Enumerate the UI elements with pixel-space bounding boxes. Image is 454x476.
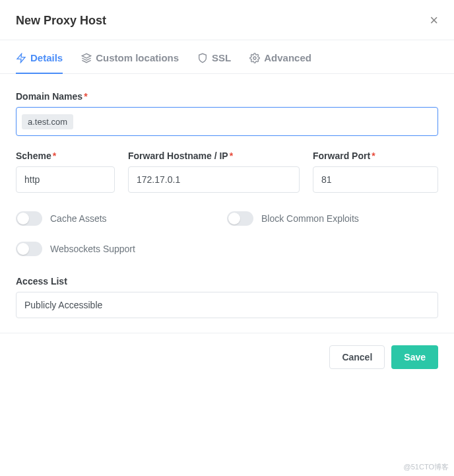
- save-button[interactable]: Save: [391, 345, 438, 369]
- forward-host-input[interactable]: [128, 166, 300, 193]
- block-exploits-label: Block Common Exploits: [261, 213, 359, 224]
- websockets-label: Websockets Support: [50, 244, 135, 254]
- cache-assets-toggle[interactable]: [16, 211, 42, 226]
- domain-names-label: Domain Names*: [16, 91, 438, 102]
- label-text: Forward Port: [313, 151, 370, 161]
- scheme-label: Scheme*: [16, 151, 115, 161]
- modal-footer: Cancel Save: [0, 333, 454, 381]
- scheme-select[interactable]: http: [16, 166, 115, 193]
- block-exploits-toggle[interactable]: [227, 211, 253, 226]
- label-text: Domain Names: [16, 91, 82, 102]
- websockets-row: Websockets Support: [16, 242, 227, 256]
- new-proxy-host-modal: New Proxy Host × Details Custom location…: [0, 0, 454, 381]
- cache-assets-row: Cache Assets: [16, 211, 227, 226]
- modal-title: New Proxy Host: [16, 14, 106, 28]
- toggle-knob: [17, 213, 29, 224]
- tab-details[interactable]: Details: [16, 52, 63, 74]
- svg-point-2: [253, 57, 256, 59]
- tab-custom-locations[interactable]: Custom locations: [81, 52, 179, 74]
- lightning-icon: [16, 53, 26, 63]
- required-star: *: [53, 151, 56, 161]
- cancel-button[interactable]: Cancel: [329, 345, 385, 369]
- access-list-label: Access List: [16, 276, 438, 287]
- tab-label: Custom locations: [96, 52, 179, 63]
- block-exploits-row: Block Common Exploits: [227, 211, 438, 226]
- gear-icon: [249, 53, 260, 63]
- domain-names-input[interactable]: a.test.com: [16, 107, 438, 136]
- modal-header: New Proxy Host ×: [0, 0, 454, 40]
- svg-marker-1: [82, 53, 91, 58]
- toggle-knob: [17, 243, 29, 255]
- websockets-toggle[interactable]: [16, 242, 42, 256]
- tab-label: Details: [30, 52, 63, 63]
- close-icon[interactable]: ×: [430, 13, 438, 28]
- cache-assets-label: Cache Assets: [50, 213, 107, 224]
- required-star: *: [84, 91, 87, 102]
- tab-label: Advanced: [264, 52, 311, 63]
- required-star: *: [230, 151, 233, 161]
- domain-tag[interactable]: a.test.com: [22, 114, 73, 129]
- layers-icon: [81, 53, 92, 63]
- svg-marker-0: [17, 53, 25, 62]
- forward-port-input[interactable]: [313, 166, 438, 193]
- label-text: Scheme: [16, 151, 51, 161]
- toggle-knob: [228, 213, 240, 224]
- access-list-select[interactable]: Publicly Accessible: [16, 292, 438, 318]
- forward-port-label: Forward Port*: [313, 151, 438, 161]
- forward-host-label: Forward Hostname / IP*: [128, 151, 300, 161]
- watermark-text: @51CTO博客: [404, 462, 449, 472]
- tab-label: SSL: [212, 52, 231, 63]
- required-star: *: [372, 151, 375, 161]
- modal-body: Domain Names* a.test.com Scheme* http Fo…: [0, 74, 454, 333]
- tab-advanced[interactable]: Advanced: [249, 52, 311, 74]
- shield-icon: [197, 53, 208, 63]
- label-text: Forward Hostname / IP: [128, 151, 228, 161]
- tab-bar: Details Custom locations SSL Advanced: [0, 40, 454, 74]
- tab-ssl[interactable]: SSL: [197, 52, 231, 74]
